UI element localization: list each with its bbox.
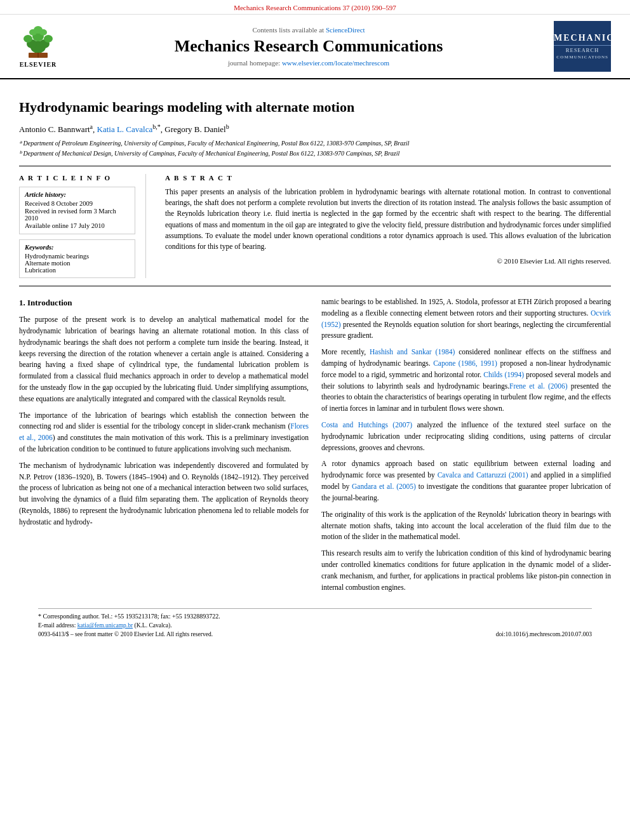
body-col2-para3: Costa and Hutchings (2007) analyzed the … [321,420,611,453]
homepage-url[interactable]: www.elsevier.com/locate/mechrescom [282,59,389,67]
journal-title-header: Mechanics Research Communications [76,36,541,56]
ref-flores[interactable]: Flores et al., 2006 [19,422,309,441]
svg-point-9 [34,26,43,34]
ref-ocvirk[interactable]: Ocvirk (1952) [321,309,611,328]
article-info-title: A R T I C L E I N F O [19,174,135,182]
history-label: Article history: [25,191,130,198]
footnote-star-text: * Corresponding author. Tel.: +55 193521… [38,613,220,620]
elsevier-tree-icon [19,25,57,60]
footer-bottom: 0093-6413/$ – see front matter © 2010 El… [38,631,592,637]
body-col2-para5: The originality of this work is the appl… [321,509,611,543]
affiliation-b: ᵇ Department of Mechanical Design, Unive… [19,149,611,158]
article-info: A R T I C L E I N F O Article history: R… [19,174,146,278]
ref-hashish[interactable]: Hashish and Sankar (1984) [370,348,455,356]
author-b: Katia L. Cavalca [97,124,153,134]
homepage-label: journal homepage: [228,59,280,67]
keywords-section: Keywords: Hydrodynamic bearings Alternat… [19,239,135,278]
research-label: RESEARCH [566,48,599,53]
footnote-email-link[interactable]: katia@fem.unicamp.br [77,622,133,629]
body-col-right: namic bearings to be established. In 192… [321,297,611,599]
mechanics-title: MECHANICS [554,33,611,46]
copyright: © 2010 Elsevier Ltd. All rights reserved… [165,257,611,265]
keyword-1: Hydrodynamic bearings [25,253,130,260]
svg-point-4 [23,35,32,43]
received-date: Received 8 October 2009 [25,200,130,207]
ref-frene[interactable]: Frene et al. (2006) [509,382,568,390]
section1-title: 1. Introduction [19,297,309,309]
citation-bar: Mechanics Research Communications 37 (20… [0,0,630,15]
keyword-2: Alternate motion [25,260,130,267]
info-abstract-section: A R T I C L E I N F O Article history: R… [19,166,611,286]
contents-label: Contents lists available at [252,26,324,34]
keyword-3: Lubrication [25,267,130,274]
author-a: Antonio C. Bannwart [19,124,90,134]
footer-doi: doi:10.1016/j.mechrescom.2010.07.003 [496,631,592,637]
footnote-email-name: (K.L. Cavalca). [134,622,171,629]
footnote-star: * Corresponding author. Tel.: +55 193521… [38,613,592,620]
author-c-sup: b [226,123,229,130]
body-col2-para6: This research results aim to verify the … [321,548,611,593]
mechanics-logo-box: MECHANICS RESEARCH COMMUNICATIONS [554,21,611,72]
author-b-sup: b,* [152,123,161,130]
keywords-label: Keywords: [25,244,130,251]
ref-cavalca[interactable]: Cavalca and Cattaruzzi (2001) [438,471,528,479]
revised-date: Received in revised form 3 March 2010 [25,208,130,222]
ref-costa[interactable]: Costa and Hutchings (2007) [321,421,412,429]
author-a-sup: a [90,123,93,130]
elsevier-logo: ELSEVIER [13,25,64,68]
body-col1-para2: The importance of the lubrication of bea… [19,410,309,455]
journal-center-header: Contents lists available at ScienceDirec… [76,26,541,66]
body-col1-para3: The mechanism of hydrodynamic lubricatio… [19,460,309,528]
ref-capone[interactable]: Capone (1986, 1991) [433,359,497,367]
body-content: 1. Introduction The purpose of the prese… [19,297,611,599]
affiliation-a: ᵃ Department of Petroleum Engineering, U… [19,138,611,148]
abstract-title: A B S T R A C T [165,174,611,182]
body-col2-para1: namic bearings to be established. In 192… [321,297,611,342]
communications-label: COMMUNICATIONS [556,55,608,60]
article-title: Hydrodynamic bearings modeling with alte… [19,98,611,117]
body-col-left: 1. Introduction The purpose of the prese… [19,297,309,599]
page: Mechanics Research Communications 37 (20… [0,0,630,840]
ref-gandara[interactable]: Gandara et al. (2005) [352,483,416,490]
body-col2-para4: A rotor dynamics approach based on stati… [321,458,611,503]
available-date: Available online 17 July 2010 [25,222,130,229]
citation-text: Mechanics Research Communications 37 (20… [234,4,396,11]
affiliations: ᵃ Department of Petroleum Engineering, U… [19,138,611,158]
page-footer: * Corresponding author. Tel.: +55 193521… [38,608,592,637]
footnote-email: E-mail address: katia@fem.unicamp.br (K.… [38,622,592,629]
mechanics-box: MECHANICS RESEARCH COMMUNICATIONS [554,21,611,72]
elsevier-text: ELSEVIER [20,61,57,68]
journal-homepage[interactable]: journal homepage: www.elsevier.com/locat… [76,59,541,67]
journal-header: ELSEVIER Contents lists available at Sci… [0,15,630,79]
abstract-text: This paper presents an analysis of the l… [165,187,611,253]
sciencedirect-link[interactable]: Contents lists available at ScienceDirec… [76,26,541,34]
sciencedirect-anchor[interactable]: ScienceDirect [326,26,365,34]
svg-point-5 [44,35,53,43]
footnote-email-label: E-mail address: [38,622,76,629]
ref-childs[interactable]: Childs (1994) [483,371,524,378]
body-col1-para1: The purpose of the present work is to de… [19,314,309,405]
body-col2-para2: More recently, Hashish and Sankar (1984)… [321,347,611,415]
author-b-link[interactable]: Katia L. Cavalca [97,124,153,134]
abstract-section: A B S T R A C T This paper presents an a… [159,174,611,278]
article-title-section: Hydrodynamic bearings modeling with alte… [19,98,611,117]
main-content: Hydrodynamic bearings modeling with alte… [0,79,630,650]
article-history: Article history: Received 8 October 2009… [19,187,135,234]
footer-issn: 0093-6413/$ – see front matter © 2010 El… [38,631,213,637]
author-c: Gregory B. Daniel [164,124,225,134]
authors-line: Antonio C. Bannwarta, Katia L. Cavalcab,… [19,123,611,135]
